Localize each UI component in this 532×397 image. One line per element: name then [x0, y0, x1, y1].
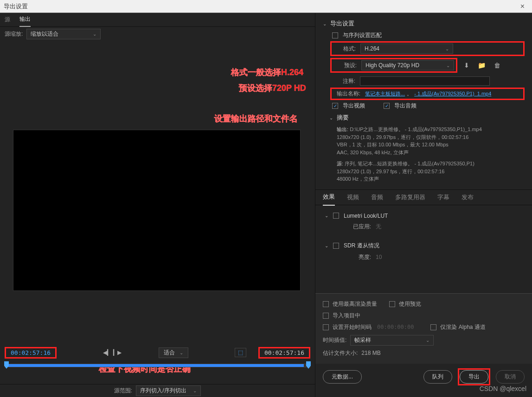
match-sequence-checkbox[interactable]	[332, 32, 338, 38]
tab-captions[interactable]: 字幕	[437, 189, 449, 205]
fit-dropdown[interactable]: 适合 ⌄	[159, 347, 188, 358]
import-project-label: 导入项目中	[333, 312, 360, 320]
est-size-row: 估计文件大小: 218 MB	[323, 347, 525, 359]
timecode-out[interactable]: 00:02:57:16	[262, 348, 307, 357]
chevron-down-icon: ⌄	[445, 46, 449, 51]
comment-input[interactable]	[360, 76, 490, 86]
timecode-in[interactable]: 00:02:57:16	[8, 348, 53, 357]
summary-source-l1: 序列, 笔记本...短路更换维修。 - 1.成品(Av797925350,P1)	[345, 161, 474, 166]
export-settings-title: 导出设置	[330, 19, 354, 28]
summary-title: 摘要	[337, 113, 349, 122]
max-render-row: 使用最高渲染质量 使用预览	[323, 298, 525, 310]
annotation-format: 格式一般选择H.264	[231, 67, 303, 78]
tab-audio[interactable]: 音频	[371, 189, 383, 205]
lumetri-section: ⌄ Lumetri Look/LUT 已应用: 无	[325, 211, 523, 233]
scale-dropdown[interactable]: 缩放以适合 ⌄	[26, 29, 101, 39]
format-dropdown[interactable]: H.264 ⌄	[360, 44, 453, 54]
video-preview[interactable]	[13, 130, 301, 291]
tab-publish[interactable]: 发布	[461, 189, 474, 205]
metadata-button[interactable]: 元数据...	[323, 370, 362, 384]
out-point-handle[interactable]	[306, 361, 311, 369]
source-range-dropdown[interactable]: 序列切入/序列切出 ⌄	[136, 385, 201, 396]
sdr-checkbox[interactable]	[333, 243, 339, 249]
summary-output-l2: 1280x720 (1.0)，29.97fps，逐行，仅限软件，00:02:57…	[337, 134, 468, 140]
source-range-row: 源范围: 序列切入/序列切出 ⌄	[0, 384, 315, 397]
applied-value[interactable]: 无	[376, 223, 381, 231]
tab-video[interactable]: 视频	[347, 189, 359, 205]
chevron-down-icon: ⌄	[446, 63, 450, 68]
output-link-sep: 。	[407, 90, 412, 97]
est-size-value: 218 MB	[361, 350, 380, 356]
delete-preset-icon[interactable]: 🗑	[492, 61, 502, 70]
lumetri-header[interactable]: ⌄ Lumetri Look/LUT	[325, 211, 523, 221]
lumetri-label: Lumetri Look/LUT	[344, 213, 388, 219]
output-name-highlight: 输出名称: 笔记本主板短路...。- 1.成品(Av797925350,P1)_…	[330, 88, 525, 100]
timecode-row: 00:02:57:16 ◀▎ ▎▶ 适合 ⌄ ⬚ 00:02:57:16	[5, 346, 310, 359]
brightness-value[interactable]: 10	[376, 254, 382, 260]
start-tc-checkbox[interactable]	[323, 324, 329, 330]
next-frame-icon[interactable]: ▎▶	[113, 349, 122, 356]
lumetri-checkbox[interactable]	[333, 213, 339, 219]
max-render-checkbox[interactable]	[323, 301, 329, 307]
settings-tab-strip: 效果 视频 音频 多路复用器 字幕 发布	[315, 189, 532, 205]
summary-output-l3: VBR，1 次，目标 10.00 Mbps，最大 12.00 Mbps	[337, 142, 449, 147]
export-audio-checkbox[interactable]	[384, 103, 390, 109]
export-av-row: 导出视频 导出音频	[332, 100, 525, 112]
output-link-part2: - 1.成品(Av797925350,P1)_1.mp4	[414, 91, 491, 96]
annotation-preset: 预设选择720P HD	[239, 82, 306, 94]
format-row-highlight: 格式: H.264 ⌄	[330, 41, 525, 56]
match-sequence-row: 与序列设置匹配	[332, 30, 525, 41]
watermark: CSDN @qlexcel	[480, 385, 526, 392]
cancel-button[interactable]: 取消	[496, 370, 525, 384]
output-name-link[interactable]: 笔记本主板短路...。- 1.成品(Av797925350,P1)_1.mp4	[365, 90, 491, 98]
tab-source[interactable]: 源	[5, 13, 10, 26]
render-alpha-checkbox[interactable]	[430, 324, 436, 330]
source-output-tabs: 源 输出	[0, 13, 315, 27]
tab-effects[interactable]: 效果	[323, 189, 335, 206]
export-settings-header[interactable]: ⌄ 导出设置	[323, 18, 525, 30]
format-value: H.264	[365, 45, 379, 52]
save-preset-icon[interactable]: ⬇	[462, 61, 471, 70]
sdr-brightness-row: 亮度: 10	[325, 252, 523, 263]
time-interp-dropdown[interactable]: 帧采样 ⌄	[350, 335, 434, 346]
scale-value: 缩放以适合	[31, 30, 58, 38]
use-preview-checkbox[interactable]	[389, 301, 395, 307]
sdr-section: ⌄ SDR 遵从情况 亮度: 10	[325, 240, 523, 263]
twirl-down-icon: ⌄	[323, 21, 327, 26]
source-range-value: 序列切入/序列切出	[140, 387, 186, 395]
chevron-down-icon: ⌄	[179, 350, 183, 355]
annotation-output-path: 设置输出路径和文件名	[214, 113, 298, 124]
export-video-checkbox[interactable]	[332, 103, 338, 109]
use-preview-label: 使用预览	[399, 300, 421, 308]
aspect-ratio-icon[interactable]: ⬚	[235, 348, 246, 357]
chevron-down-icon: ⌄	[426, 338, 429, 343]
in-point-handle[interactable]	[4, 361, 9, 369]
summary-output-l1: D:\UP之路...更换维修。 - 1.成品(Av797925350,P1)_1…	[350, 126, 482, 132]
bottom-options: 使用最高渲染质量 使用预览 导入项目中 设置开始时间码 00:00:00:00 …	[315, 293, 532, 364]
left-panel: 源 输出 源缩放: 缩放以适合 ⌄ 格式一般选择H.264 预设选择720P H…	[0, 13, 315, 397]
tab-multiplexer[interactable]: 多路复用器	[395, 189, 425, 205]
time-interp-row: 时间插值: 帧采样 ⌄	[323, 333, 525, 347]
import-project-checkbox[interactable]	[323, 313, 329, 319]
import-preset-icon[interactable]: 📁	[476, 61, 487, 70]
tab-output[interactable]: 输出	[19, 13, 31, 27]
import-project-row: 导入项目中	[323, 310, 525, 321]
queue-button[interactable]: 队列	[423, 370, 452, 384]
twirl-down-icon: ⌄	[325, 213, 328, 218]
preset-dropdown[interactable]: High Quality 720p HD ⌄	[361, 60, 454, 70]
titlebar: 导出设置 ×	[0, 0, 532, 13]
close-icon[interactable]: ×	[517, 2, 528, 11]
timeline-scrubber[interactable]	[5, 364, 310, 367]
export-button[interactable]: 导出	[460, 370, 488, 384]
main-content: 源 输出 源缩放: 缩放以适合 ⌄ 格式一般选择H.264 预设选择720P H…	[0, 13, 532, 397]
lumetri-applied-row: 已应用: 无	[325, 221, 523, 233]
timecode-right-highlight: 00:02:57:16	[258, 347, 310, 359]
sdr-header[interactable]: ⌄ SDR 遵从情况	[325, 240, 523, 252]
applied-label: 已应用:	[343, 223, 371, 231]
nav-buttons: ◀▎ ▎▶	[103, 349, 122, 356]
export-settings-section: ⌄ 导出设置 与序列设置匹配 格式: H.264 ⌄ 预设: High Qual…	[315, 13, 532, 189]
prev-frame-icon[interactable]: ◀▎	[103, 349, 111, 356]
summary-output: 输出: D:\UP之路...更换维修。 - 1.成品(Av797925350,P…	[337, 124, 525, 158]
summary-header[interactable]: ⌄ 摘要	[329, 112, 525, 124]
source-scale-row: 源缩放: 缩放以适合 ⌄	[0, 27, 315, 41]
